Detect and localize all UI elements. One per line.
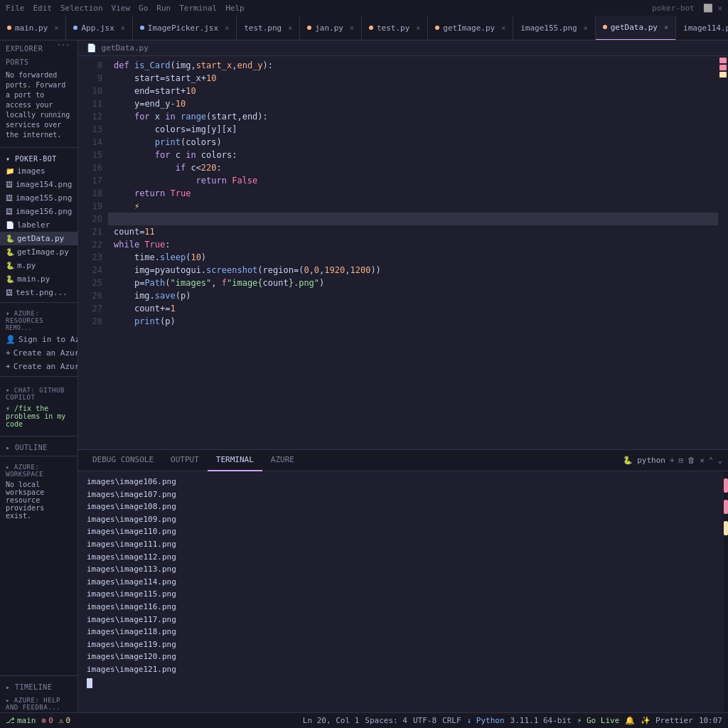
status-encoding[interactable]: UTF-8 [413, 716, 437, 725]
status-spaces[interactable]: Spaces: 4 [365, 716, 407, 725]
menu-terminal[interactable]: Terminal [179, 4, 217, 13]
split-terminal-icon[interactable]: ⊟ [679, 456, 684, 465]
terminal-actions: 🐍 python + ⊟ 🗑 ✕ ⌃ ⌄ [623, 456, 722, 465]
status-bell[interactable]: 🔔 [625, 716, 635, 725]
add-icon: + [6, 362, 11, 371]
tab-jan-py[interactable]: jan.py × [300, 16, 362, 41]
azure-resources-title: ▾ AZURE: RESOURCES Remo... [0, 306, 77, 333]
tab-getimage-py[interactable]: getImage.py × [428, 16, 513, 41]
code-line: def is_Card(img,start_x,end_y): [108, 59, 718, 72]
status-language[interactable]: ↓ Python [467, 716, 505, 725]
status-git-branch[interactable]: ⎇ main [6, 716, 36, 725]
code-line: count = 11 [108, 225, 718, 238]
sidebar-item-m-py[interactable]: 🐍 m.py [0, 259, 77, 272]
status-golive[interactable]: ⚡ Go Live [577, 716, 620, 725]
menu-run[interactable]: Run [156, 4, 171, 13]
code-editor[interactable]: 8910111213 141516171819 202122232425 262… [78, 56, 728, 449]
azure-ws-description: No local workspace resource providers ex… [0, 479, 77, 521]
tab-label: getImage.py [443, 23, 495, 33]
sidebar-item-create-for[interactable]: + Create an Azure for... [0, 360, 77, 373]
close-icon[interactable]: × [416, 24, 420, 32]
tab-dot [140, 26, 144, 30]
trash-icon[interactable]: 🗑 [687, 456, 695, 465]
tab-imagepicker-jsx[interactable]: ImagePicker.jsx × [133, 16, 237, 41]
status-position[interactable]: Ln 20, Col 1 [303, 716, 359, 725]
code-content[interactable]: def is_Card(img,start_x,end_y): start = … [108, 56, 718, 449]
copilot-fix-button[interactable]: ⚡ /fix the problems in my code [0, 402, 77, 430]
status-prettier[interactable]: ✨ Prettier [641, 716, 693, 725]
tab-app-jsx[interactable]: App.jsx × [66, 16, 132, 41]
menu-edit[interactable]: Edit [33, 4, 53, 13]
minimize-terminal-icon[interactable]: ⌄ [717, 456, 722, 465]
menu-help[interactable]: Help [225, 4, 245, 13]
gutter-indicators [718, 56, 728, 449]
terminal-scrollbar[interactable] [724, 471, 728, 712]
sidebar-item-label: images [17, 166, 46, 176]
tab-label: getData.py [611, 23, 658, 32]
maximize-terminal-icon[interactable]: ⌃ [709, 456, 714, 465]
sidebar-item-image156[interactable]: 🖼 image156.png [0, 205, 77, 218]
add-terminal-icon[interactable]: + [670, 456, 675, 465]
branch-name: main [17, 716, 36, 725]
tab-output[interactable]: OUTPUT [162, 450, 208, 471]
status-python-version: 3.11.1 64-bit [510, 716, 572, 725]
code-line [108, 213, 718, 225]
close-icon[interactable]: × [501, 24, 505, 32]
sidebar-item-getimage[interactable]: 🐍 getImage.py [0, 245, 77, 259]
tab-test-py[interactable]: test.py × [362, 16, 428, 41]
close-icon[interactable]: × [288, 24, 292, 32]
menu-view[interactable]: View [112, 4, 131, 13]
scroll-thumb3[interactable] [724, 521, 728, 535]
close-icon[interactable]: × [664, 23, 668, 31]
sidebar-item-label: main.py [17, 274, 50, 284]
terminal-cursor [87, 678, 92, 688]
menu-go[interactable]: Go [139, 4, 148, 13]
tab-test-png[interactable]: test.png × [237, 16, 300, 41]
sidebar-item-create-ac[interactable]: + Create an Azure Ac... [0, 346, 77, 360]
status-errors[interactable]: ⊗ 0 [42, 716, 53, 725]
close-icon[interactable]: × [225, 24, 229, 32]
tab-image155-png[interactable]: image155.png × [513, 16, 596, 41]
sidebar-item-labeler[interactable]: 📄 labeler [0, 218, 77, 232]
close-icon[interactable]: × [584, 24, 588, 32]
tab-main-py[interactable]: main.py × [0, 16, 66, 41]
tab-getdata-py[interactable]: getData.py × [596, 16, 676, 41]
tab-debug-console[interactable]: DEBUG CONSOLE [84, 450, 162, 471]
divider [0, 147, 77, 148]
scroll-thumb2[interactable] [724, 500, 728, 514]
close-icon[interactable]: × [54, 24, 58, 32]
status-warnings[interactable]: ⚠ 0 [59, 716, 70, 725]
term-cursor-line[interactable] [87, 676, 719, 689]
sidebar-item-images[interactable]: 📁 images [0, 164, 77, 178]
tab-azure[interactable]: AZURE [262, 450, 303, 471]
terminal-body[interactable]: images\image106.png images\image107.png … [78, 471, 728, 712]
close-terminal-icon[interactable]: ✕ [700, 456, 705, 465]
sidebar-more-icon[interactable]: ··· [57, 41, 70, 49]
close-icon[interactable]: × [121, 24, 125, 32]
divider [0, 302, 77, 303]
tab-terminal[interactable]: TERMINAL [208, 450, 262, 471]
sidebar-item-test-png[interactable]: 🖼 test.png... [0, 286, 77, 299]
account-icon: 👤 [6, 335, 16, 344]
sidebar-item-signin-azure[interactable]: 👤 Sign in to Azure... [0, 333, 77, 346]
scroll-thumb1[interactable] [724, 478, 728, 493]
folder-icon: 📁 [6, 167, 14, 175]
sidebar-item-label: Create an Azure Ac... [14, 348, 77, 358]
sidebar-item-image155[interactable]: 🖼 image155.png [0, 191, 77, 205]
python-label: 🐍 python [623, 456, 665, 465]
tab-label: jan.py [315, 23, 343, 33]
tab-image114-png[interactable]: image114.png × [676, 16, 728, 41]
code-line: time.sleep(10) [108, 251, 718, 264]
status-eol[interactable]: CRLF [442, 716, 461, 725]
term-line: images\image115.png [87, 588, 719, 601]
code-line: count += 1 [108, 302, 718, 315]
menu-file[interactable]: File [6, 4, 25, 13]
code-line: return True [108, 187, 718, 200]
menu-selection[interactable]: Selection [60, 4, 103, 13]
sidebar-item-main-py[interactable]: 🐍 main.py [0, 272, 77, 286]
help-title: ▸ AZURE: HELP AND FEEDBA... [0, 692, 77, 712]
sidebar-item-image154[interactable]: 🖼 image154.png [0, 178, 77, 191]
sidebar-item-getdata[interactable]: 🐍 getData.py [0, 232, 77, 245]
close-icon[interactable]: × [350, 24, 354, 32]
add-icon: + [6, 348, 11, 358]
